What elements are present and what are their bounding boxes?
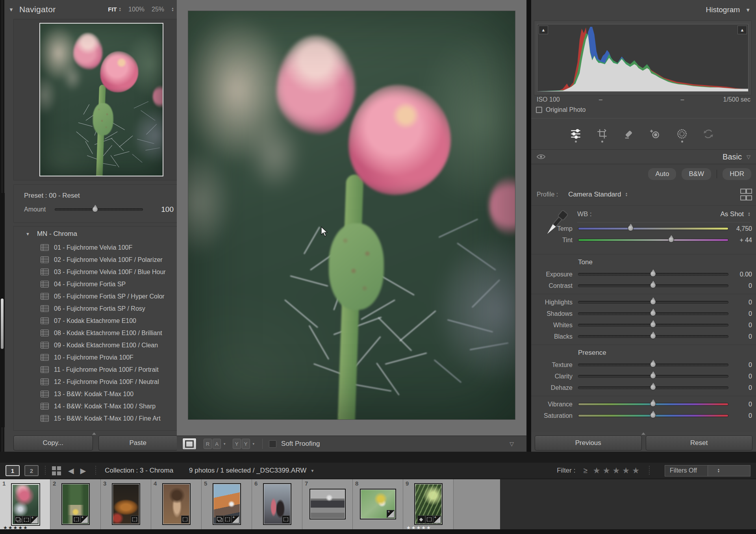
- preset-item[interactable]: 13 - B&W: Kodak T-Max 100: [14, 388, 178, 400]
- group-expand-icon[interactable]: ▼: [26, 232, 30, 236]
- adjustments-badge-icon[interactable]: [80, 515, 88, 523]
- panel-collapse-caret[interactable]: [641, 432, 645, 435]
- previous-photo-icon[interactable]: ◀: [68, 466, 74, 475]
- photo-thumbnail[interactable]: [163, 484, 190, 524]
- collection-breadcrumb[interactable]: Collection : 3 - Chroma: [105, 467, 173, 475]
- exposure-slider-track[interactable]: [578, 273, 728, 276]
- original-photo-toggle[interactable]: Original Photo: [536, 106, 586, 113]
- zoom-100-control[interactable]: 100%: [128, 6, 145, 13]
- preset-item[interactable]: 11 - Fujichrome Provia 100F / Portrait: [14, 363, 178, 376]
- original-photo-checkbox[interactable]: [536, 107, 542, 113]
- saturation-slider-track[interactable]: [578, 414, 728, 417]
- filters-dropdown-stepper-icon[interactable]: [708, 465, 750, 476]
- selection-info[interactable]: 9 photos / 1 selected / _DSC3399.ARW: [189, 467, 306, 475]
- toolbar-options-icon[interactable]: ▽: [510, 441, 514, 447]
- highlights-slider-track[interactable]: [578, 301, 728, 304]
- blacks-value[interactable]: 0: [728, 333, 752, 340]
- photo-thumbnail[interactable]: [361, 490, 395, 519]
- amount-slider-knob[interactable]: [92, 206, 98, 212]
- basic-panel-title[interactable]: Basic: [723, 152, 742, 161]
- filmstrip-cell[interactable]: 9★★★★★: [403, 479, 454, 530]
- amount-slider-track[interactable]: [55, 208, 143, 211]
- dehaze-slider-knob[interactable]: [650, 384, 656, 390]
- shadows-slider-track[interactable]: [578, 312, 728, 315]
- edit-tool-icon[interactable]: [569, 125, 582, 143]
- preset-item[interactable]: 09 - Kodak Ektachrome E100 / Clean: [14, 339, 178, 351]
- soft-proofing-checkbox[interactable]: [269, 440, 276, 448]
- loupe-view-button[interactable]: [182, 438, 196, 450]
- saturation-value[interactable]: 0: [728, 412, 752, 419]
- before-after-dropdown-icon[interactable]: ▾: [224, 442, 226, 446]
- preset-item[interactable]: 05 - Fujichrome Fortia SP / Hyper Color: [14, 290, 178, 302]
- tint-slider-track[interactable]: [578, 239, 728, 241]
- before-after-right-button[interactable]: A: [213, 439, 221, 449]
- bw-button[interactable]: B&W: [682, 168, 711, 180]
- preset-item[interactable]: 15 - B&W: Kodak T-Max 100 / Fine Art: [14, 412, 178, 425]
- filmstrip-cell[interactable]: 5: [202, 479, 252, 530]
- healing-tool-icon[interactable]: [622, 125, 636, 143]
- hdr-button[interactable]: HDR: [723, 168, 751, 180]
- preset-item[interactable]: 03 - Fujichrome Velvia 100F / Blue Hour: [14, 266, 178, 278]
- collection-badge-icon[interactable]: [216, 515, 224, 523]
- profile-browser-icon[interactable]: [740, 189, 750, 200]
- whites-slider-track[interactable]: [578, 324, 728, 326]
- temp-value[interactable]: 4,750: [728, 225, 752, 232]
- adjustments-badge-icon[interactable]: [387, 510, 395, 518]
- sync-tool-icon[interactable]: [702, 125, 715, 143]
- previous-button[interactable]: Previous: [535, 436, 642, 451]
- clarity-slider-knob[interactable]: [650, 373, 656, 379]
- preset-item[interactable]: 01 - Fujichrome Velvia 100F: [14, 241, 178, 254]
- crop-tool-icon[interactable]: [595, 125, 609, 143]
- crop-badge-icon[interactable]: [131, 515, 139, 523]
- highlights-slider-knob[interactable]: [650, 299, 656, 305]
- grid-view-icon[interactable]: [52, 466, 61, 475]
- compare-dropdown-icon[interactable]: ▾: [253, 442, 255, 446]
- dehaze-value[interactable]: 0: [728, 384, 752, 391]
- exposure-value[interactable]: 0.00: [728, 271, 752, 278]
- contrast-slider-track[interactable]: [578, 284, 728, 287]
- amount-value[interactable]: 100: [161, 205, 174, 214]
- zoom-level-stepper-icon[interactable]: [171, 7, 174, 12]
- filmstrip-cell[interactable]: 6: [252, 479, 302, 530]
- shadow-clipping-indicator[interactable]: ▲: [539, 26, 548, 34]
- exposure-slider-knob[interactable]: [650, 271, 656, 277]
- crop-badge-icon[interactable]: [22, 516, 30, 524]
- shadows-value[interactable]: 0: [728, 310, 752, 317]
- texture-slider-track[interactable]: [578, 363, 728, 366]
- shadows-slider-knob[interactable]: [650, 310, 656, 316]
- panel-grip-top[interactable]: [0, 0, 5, 193]
- red-eye-tool-icon[interactable]: [649, 125, 662, 143]
- preset-item[interactable]: 02 - Fujichrome Velvia 100F / Polarizer: [14, 254, 178, 266]
- histogram-chart[interactable]: ▲ ▲: [537, 24, 749, 92]
- navigator-collapse-icon[interactable]: ▼: [9, 7, 14, 13]
- before-after-left-button[interactable]: R: [204, 439, 212, 449]
- contrast-value[interactable]: 0: [728, 282, 752, 289]
- panel-grip-bottom[interactable]: [0, 427, 5, 455]
- whites-value[interactable]: 0: [728, 322, 752, 329]
- photo-thumbnail[interactable]: [415, 484, 442, 524]
- profile-stepper-icon[interactable]: [625, 192, 628, 197]
- blacks-slider-knob[interactable]: [650, 333, 656, 339]
- compare-right-button[interactable]: Y: [242, 439, 250, 449]
- profile-value[interactable]: Camera Standard: [568, 191, 621, 198]
- crop-badge-icon[interactable]: [72, 515, 80, 523]
- left-scrollbar-thumb[interactable]: [1, 299, 4, 349]
- adjustments-badge-icon[interactable]: [30, 516, 38, 524]
- adjustments-badge-icon[interactable]: [232, 515, 239, 523]
- copy-button[interactable]: Copy...: [13, 436, 93, 451]
- second-window-button[interactable]: 2: [24, 465, 39, 476]
- panel-switch-icon[interactable]: ▽: [747, 154, 750, 160]
- filmstrip-cell[interactable]: 3: [101, 479, 151, 530]
- adjustments-badge-icon[interactable]: [433, 515, 441, 523]
- masking-tool-icon[interactable]: [675, 125, 689, 143]
- panel-eye-icon[interactable]: [537, 154, 545, 160]
- collection-badge-icon[interactable]: [15, 516, 22, 524]
- navigator-preview[interactable]: [39, 23, 163, 176]
- vibrance-slider-knob[interactable]: [650, 401, 656, 407]
- preset-item[interactable]: 12 - Fujichrome Provia 100F / Neutral: [14, 376, 178, 388]
- crop-badge-icon[interactable]: [224, 515, 232, 523]
- texture-value[interactable]: 0: [728, 362, 752, 369]
- photo-thumbnail[interactable]: [113, 484, 139, 524]
- filmstrip-cell[interactable]: 7: [302, 479, 353, 530]
- temp-slider-knob[interactable]: [628, 225, 634, 231]
